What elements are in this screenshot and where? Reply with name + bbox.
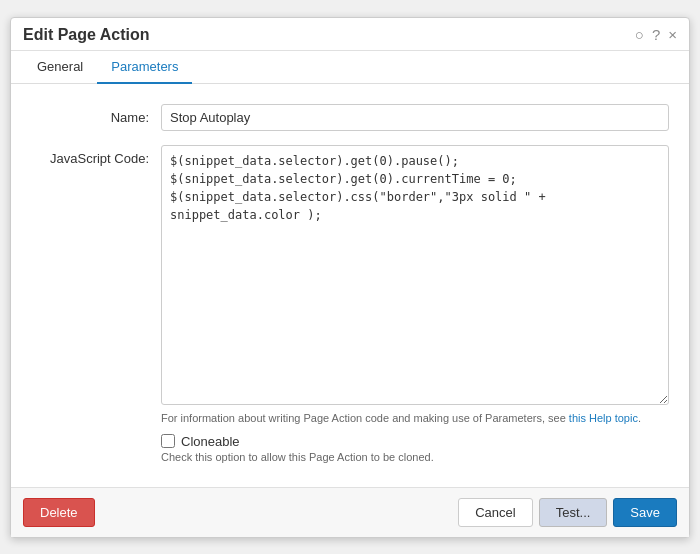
close-icon[interactable]: × [668, 26, 677, 43]
tab-parameters[interactable]: Parameters [97, 51, 192, 84]
name-control [161, 104, 669, 131]
help-circle-icon[interactable]: ○ [635, 26, 644, 43]
dialog-footer: Delete Cancel Test... Save [11, 487, 689, 537]
name-input[interactable] [161, 104, 669, 131]
help-text: For information about writing Page Actio… [161, 412, 669, 424]
name-label: Name: [31, 104, 161, 125]
test-button[interactable]: Test... [539, 498, 608, 527]
help-link[interactable]: this Help topic [569, 412, 638, 424]
cancel-button[interactable]: Cancel [458, 498, 532, 527]
header-icons: ○ ? × [635, 26, 677, 43]
dialog-title: Edit Page Action [23, 26, 150, 44]
js-label: JavaScript Code: [31, 145, 161, 166]
name-row: Name: [31, 104, 669, 131]
js-code-row: JavaScript Code: $(snippet_data.selector… [31, 145, 669, 463]
cloneable-row: Cloneable [161, 434, 669, 449]
js-textarea[interactable]: $(snippet_data.selector).get(0).pause();… [161, 145, 669, 405]
delete-button[interactable]: Delete [23, 498, 95, 527]
js-control: $(snippet_data.selector).get(0).pause();… [161, 145, 669, 463]
dialog: Edit Page Action ○ ? × General Parameter… [10, 17, 690, 538]
cloneable-label: Cloneable [181, 434, 240, 449]
dialog-header: Edit Page Action ○ ? × [11, 18, 689, 51]
question-icon[interactable]: ? [652, 26, 660, 43]
cloneable-checkbox[interactable] [161, 434, 175, 448]
cloneable-desc: Check this option to allow this Page Act… [161, 451, 669, 463]
tab-general[interactable]: General [23, 51, 97, 84]
dialog-body: Name: JavaScript Code: $(snippet_data.se… [11, 84, 689, 487]
footer-right: Cancel Test... Save [458, 498, 677, 527]
save-button[interactable]: Save [613, 498, 677, 527]
tabs: General Parameters [11, 51, 689, 84]
